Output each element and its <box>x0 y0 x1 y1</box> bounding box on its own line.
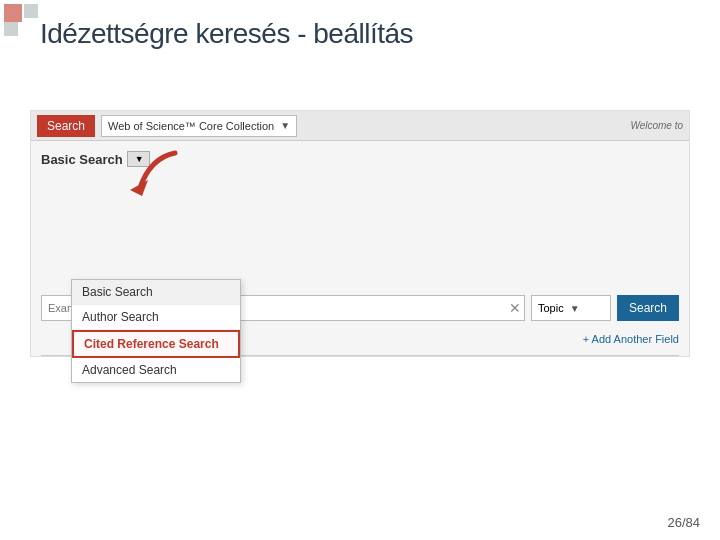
chevron-down-icon: ▼ <box>280 120 290 131</box>
nav-collection[interactable]: Web of Science™ Core Collection ▼ <box>101 115 297 137</box>
dropdown-item-advanced[interactable]: Advanced Search <box>72 358 240 382</box>
field-select-dropdown[interactable]: Topic ▼ <box>531 295 611 321</box>
nav-bar: Search Web of Science™ Core Collection ▼… <box>31 111 689 141</box>
svg-marker-0 <box>130 180 148 196</box>
dropdown-item-author[interactable]: Author Search <box>72 305 240 330</box>
field-select-label: Topic <box>538 302 564 314</box>
arrow-annotation <box>120 148 190 207</box>
clear-input-button[interactable]: ✕ <box>509 300 521 316</box>
chevron-down-icon: ▼ <box>570 303 580 314</box>
add-field-link[interactable]: + Add Another Field <box>583 333 679 345</box>
page-title: Idézettségre keresés - beállítás <box>40 18 413 50</box>
page-number: 26/84 <box>667 515 700 530</box>
collection-label: Web of Science™ Core Collection <box>108 120 274 132</box>
dropdown-item-basic[interactable]: Basic Search <box>72 280 240 305</box>
welcome-text: Welcome to <box>630 120 683 131</box>
search-type-label: Basic Search <box>41 152 123 167</box>
search-button[interactable]: Search <box>617 295 679 321</box>
search-type-dropdown-menu: Basic Search Author Search Cited Referen… <box>71 279 241 383</box>
dropdown-item-cited[interactable]: Cited Reference Search <box>72 330 240 358</box>
nav-search-button[interactable]: Search <box>37 115 95 137</box>
